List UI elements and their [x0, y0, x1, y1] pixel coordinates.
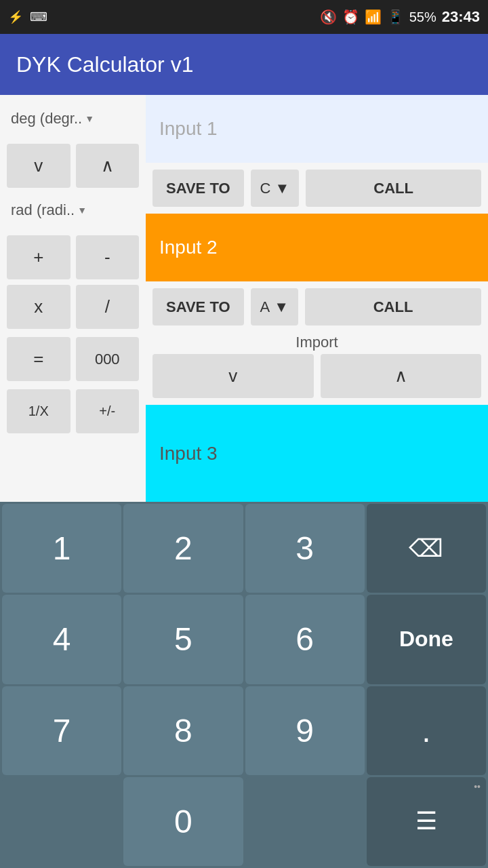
arithmetic-buttons: + - x /: [7, 235, 139, 329]
import-v-button[interactable]: v: [152, 354, 314, 398]
dropdown2-row: rad (radi.. ▼: [7, 193, 139, 227]
variable-dropdown-1[interactable]: C ▼: [251, 170, 300, 207]
plus-button[interactable]: +: [7, 235, 70, 279]
list-key[interactable]: •• ☰: [367, 777, 486, 866]
time-display: 23:43: [442, 8, 480, 26]
import-label: Import: [152, 331, 481, 354]
v-caret-buttons: v ∧: [7, 144, 139, 188]
key-2[interactable]: 2: [123, 504, 243, 593]
key-5[interactable]: 5: [123, 595, 243, 684]
bottom-ops: 1/X +/-: [7, 389, 139, 433]
key-3[interactable]: 3: [245, 504, 365, 593]
status-left-icons: ⚡ ⌨: [8, 9, 47, 24]
right-panel: Input 1 SAVE TO C ▼ CALL Input 2 SAVE TO…: [146, 95, 488, 502]
rad-label: rad (radi..: [11, 201, 75, 219]
main-content: deg (degr.. ▼ v ∧ rad (radi.. ▼ + - x / …: [0, 95, 488, 502]
rad-dropdown[interactable]: rad (radi.. ▼: [7, 199, 91, 222]
backspace-key[interactable]: ⌫: [367, 504, 486, 593]
variable-dropdown-2[interactable]: A ▼: [251, 288, 298, 326]
import-caret-button[interactable]: ∧: [321, 354, 482, 398]
input2-placeholder: Input 2: [159, 237, 218, 258]
key-7[interactable]: 7: [2, 686, 121, 775]
settings-dots: ••: [474, 781, 481, 792]
triple-zero-button[interactable]: 000: [76, 337, 140, 381]
input1-placeholder: Input 1: [159, 118, 218, 140]
done-key[interactable]: Done: [367, 595, 486, 684]
deg-arrow-icon: ▼: [85, 113, 94, 124]
divide-button[interactable]: /: [76, 285, 140, 329]
save-call-row-1: SAVE TO C ▼ CALL: [146, 163, 488, 214]
left-panel: deg (degr.. ▼ v ∧ rad (radi.. ▼ + - x / …: [0, 95, 146, 502]
mute-icon: 🔇: [320, 9, 337, 25]
one-over-x-button[interactable]: 1/X: [7, 389, 70, 433]
key-9[interactable]: 9: [245, 686, 365, 775]
deg-label: deg (degr..: [11, 110, 82, 127]
alarm-icon: ⏰: [342, 9, 359, 25]
list-icon: ☰: [415, 807, 437, 835]
key-1[interactable]: 1: [2, 504, 121, 593]
multiply-button[interactable]: x: [7, 285, 70, 329]
equals-button[interactable]: =: [7, 337, 70, 381]
input3-area[interactable]: Input 3: [146, 405, 488, 502]
caret-button[interactable]: ∧: [76, 144, 140, 188]
battery-level: 55%: [409, 9, 436, 25]
rad-arrow-icon: ▼: [77, 205, 87, 216]
numeric-keypad: 1 2 3 ⌫ 4 5 6 Done 7 8 9 . 0 •• ☰: [0, 502, 488, 868]
deg-dropdown[interactable]: deg (degr.. ▼: [7, 107, 98, 130]
import-buttons-row: v ∧: [146, 354, 488, 405]
status-right-icons: 🔇 ⏰ 📶 📱 55% 23:43: [320, 8, 480, 26]
variable-label-2: A: [260, 298, 270, 316]
save-call-inner-2: SAVE TO A ▼ CALL: [152, 288, 481, 326]
variable-arrow-icon-2: ▼: [274, 298, 289, 316]
decimal-key[interactable]: .: [367, 686, 486, 775]
key-8[interactable]: 8: [123, 686, 243, 775]
signal-icon: 📱: [387, 9, 404, 25]
call-button-2[interactable]: CALL: [305, 288, 481, 326]
input2-area[interactable]: Input 2: [146, 214, 488, 281]
variable-label-1: C: [260, 180, 271, 197]
variable-arrow-icon-1: ▼: [274, 180, 289, 197]
key-0[interactable]: 0: [123, 777, 243, 866]
key-6[interactable]: 6: [245, 595, 365, 684]
key-empty-right: [245, 777, 365, 866]
key-empty-left: [2, 777, 121, 866]
v-button[interactable]: v: [7, 144, 70, 188]
keyboard-icon: ⌨: [30, 9, 47, 24]
app-bar: DYK Calculator v1: [0, 34, 488, 95]
save-call-row-2: SAVE TO A ▼ CALL Import: [146, 281, 488, 354]
usb-icon: ⚡: [8, 9, 23, 24]
plus-minus-button[interactable]: +/-: [76, 389, 140, 433]
app-title: DYK Calculator v1: [16, 52, 193, 77]
minus-button[interactable]: -: [76, 235, 140, 279]
input3-placeholder: Input 3: [159, 443, 218, 465]
dropdown1-row: deg (degr.. ▼: [7, 102, 139, 136]
wifi-icon: 📶: [365, 9, 382, 25]
eq-row: = 000: [7, 337, 139, 381]
key-4[interactable]: 4: [2, 595, 121, 684]
save-to-button-1[interactable]: SAVE TO: [152, 170, 244, 207]
input1-area[interactable]: Input 1: [146, 95, 488, 163]
save-to-button-2[interactable]: SAVE TO: [152, 288, 244, 326]
status-bar: ⚡ ⌨ 🔇 ⏰ 📶 📱 55% 23:43: [0, 0, 488, 34]
call-button-1[interactable]: CALL: [306, 170, 481, 207]
